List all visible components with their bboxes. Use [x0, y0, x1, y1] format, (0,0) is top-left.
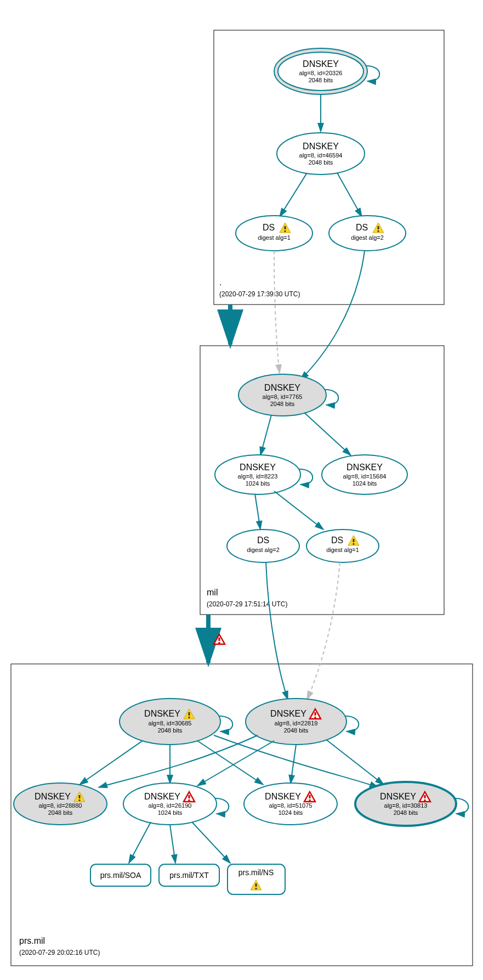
svg-text:alg=8, id=20326: alg=8, id=20326	[299, 70, 343, 76]
zone-prs-label: prs.mil	[19, 936, 45, 945]
edge-milksk-zsk2	[304, 413, 351, 455]
edge-mil-ksk-self	[325, 390, 338, 405]
node-root-ksk: DNSKEY alg=8, id=20326 2048 bits	[274, 48, 367, 94]
edge-root-zsk-ds2	[337, 173, 362, 217]
svg-text:2048 bits: 2048 bits	[309, 77, 333, 83]
svg-text:digest alg=2: digest alg=2	[247, 547, 280, 553]
svg-point-36	[306, 530, 379, 562]
svg-text:alg=8, id=46594: alg=8, id=46594	[299, 152, 343, 159]
node-prs-k6: DNSKEY alg=8, id=30813 2048 bits	[355, 782, 456, 826]
svg-text:DNSKEY: DNSKEY	[264, 383, 300, 392]
node-mil-zsk1: DNSKEY alg=8, id=8223 1024 bits	[215, 455, 300, 494]
svg-text:DNSKEY: DNSKEY	[265, 792, 301, 801]
zone-mil-label: mil	[207, 588, 218, 597]
svg-text:2048 bits: 2048 bits	[48, 809, 73, 816]
edge-milzsk-ds1	[274, 491, 323, 530]
node-prs-k4: DNSKEY alg=8, id=26190 1024 bits	[123, 783, 217, 825]
svg-text:DNSKEY: DNSKEY	[303, 142, 339, 151]
svg-text:alg=8, id=26190: alg=8, id=26190	[149, 802, 192, 809]
node-prs-k2: DNSKEY alg=8, id=22819 2048 bits	[246, 699, 346, 745]
svg-text:2048 bits: 2048 bits	[158, 727, 183, 734]
svg-point-33	[227, 530, 299, 562]
edge-prs-k6-self	[455, 798, 468, 814]
svg-text:DS: DS	[257, 536, 269, 545]
svg-text:alg=8, id=51075: alg=8, id=51075	[269, 802, 312, 809]
svg-text:1024 bits: 1024 bits	[158, 809, 183, 816]
svg-text:1024 bits: 1024 bits	[353, 480, 377, 487]
edge-ds1-milksk	[274, 251, 280, 373]
svg-text:alg=8, id=22819: alg=8, id=22819	[275, 720, 318, 726]
svg-text:prs.mil/NS: prs.mil/NS	[238, 868, 274, 877]
svg-text:DNSKEY: DNSKEY	[380, 792, 416, 801]
edge-k2-k5	[291, 745, 296, 784]
node-mil-ksk: DNSKEY alg=8, id=7765 2048 bits	[238, 374, 326, 416]
edge-root-zsk-ds1	[280, 173, 307, 217]
edge-ds2-prsk2	[266, 562, 288, 700]
svg-point-15	[236, 216, 312, 251]
svg-text:2048 bits: 2048 bits	[394, 809, 418, 816]
node-prs-k5: DNSKEY alg=8, id=51075 1024 bits	[244, 783, 337, 825]
svg-text:prs.mil/SOA: prs.mil/SOA	[100, 871, 141, 880]
zone-root-label: .	[219, 278, 221, 287]
edge-k4-ns	[192, 822, 230, 863]
svg-text:alg=8, id=30685: alg=8, id=30685	[149, 720, 192, 726]
svg-text:1024 bits: 1024 bits	[279, 809, 303, 816]
edge-ds2-milksk	[300, 251, 365, 380]
edge-prs-k2-self	[345, 716, 359, 731]
zone-prs-time: (2020-07-29 20:02:16 UTC)	[19, 949, 100, 956]
node-root-ds2: DS digest alg=2	[329, 216, 406, 251]
edge-milzsk-ds2	[255, 494, 260, 530]
svg-text:digest alg=1: digest alg=1	[326, 547, 359, 553]
svg-text:DS: DS	[263, 223, 275, 232]
svg-point-18	[329, 216, 406, 251]
edge-ds1-prsk2	[307, 562, 340, 700]
node-prs-k1: DNSKEY alg=8, id=30685 2048 bits	[120, 699, 220, 745]
svg-text:alg=8, id=7765: alg=8, id=7765	[263, 393, 303, 400]
svg-text:2048 bits: 2048 bits	[309, 159, 333, 166]
edge-root-ksk-self	[366, 66, 379, 81]
svg-text:2048 bits: 2048 bits	[270, 401, 295, 407]
zone-mil-time: (2020-07-29 17:51:14 UTC)	[207, 600, 287, 608]
node-prs-ns: prs.mil/NS	[228, 864, 285, 894]
node-root-ds1: DS digest alg=1	[236, 216, 312, 251]
svg-text:DNSKEY: DNSKEY	[240, 463, 276, 472]
node-prs-k3: DNSKEY alg=8, id=28880 2048 bits	[14, 783, 107, 825]
edge-prs-k1-self	[219, 716, 232, 731]
edge-k2-k6	[326, 740, 384, 785]
node-prs-txt: prs.mil/TXT	[159, 864, 219, 886]
svg-text:DNSKEY: DNSKEY	[346, 463, 383, 472]
svg-text:alg=8, id=15684: alg=8, id=15684	[343, 473, 387, 480]
node-mil-zsk2: DNSKEY alg=8, id=15684 1024 bits	[322, 455, 407, 494]
svg-text:DNSKEY: DNSKEY	[144, 709, 180, 718]
node-mil-ds2: DS digest alg=2	[227, 530, 299, 562]
edge-milksk-zsk1	[260, 415, 271, 455]
svg-text:DS: DS	[331, 536, 343, 545]
edge-prs-k4-self	[215, 798, 229, 814]
node-root-zsk: DNSKEY alg=8, id=46594 2048 bits	[277, 133, 365, 174]
svg-text:alg=8, id=28880: alg=8, id=28880	[39, 802, 82, 809]
node-mil-ds1: DS digest alg=1	[306, 530, 379, 562]
svg-text:DS: DS	[356, 223, 368, 232]
svg-text:digest alg=1: digest alg=1	[258, 234, 291, 241]
svg-text:DNSKEY: DNSKEY	[35, 792, 71, 801]
node-prs-soa: prs.mil/SOA	[90, 864, 151, 886]
svg-text:digest alg=2: digest alg=2	[351, 234, 384, 241]
svg-text:1024 bits: 1024 bits	[246, 480, 270, 487]
svg-text:2048 bits: 2048 bits	[284, 727, 309, 734]
svg-text:alg=8, id=8223: alg=8, id=8223	[238, 473, 278, 480]
svg-text:alg=8, id=30813: alg=8, id=30813	[384, 802, 428, 809]
edge-k4-soa	[129, 822, 151, 863]
zone-root-time: (2020-07-29 17:39:30 UTC)	[219, 290, 300, 298]
svg-text:DNSKEY: DNSKEY	[144, 792, 180, 801]
edge-mil-zsk1-self	[299, 469, 312, 485]
edge-k4-txt	[170, 825, 175, 863]
edge-k2-k4	[197, 741, 274, 786]
svg-text:DNSKEY: DNSKEY	[303, 59, 339, 69]
error-icon	[214, 634, 225, 644]
svg-text:DNSKEY: DNSKEY	[270, 709, 306, 718]
svg-text:prs.mil/TXT: prs.mil/TXT	[169, 871, 209, 880]
